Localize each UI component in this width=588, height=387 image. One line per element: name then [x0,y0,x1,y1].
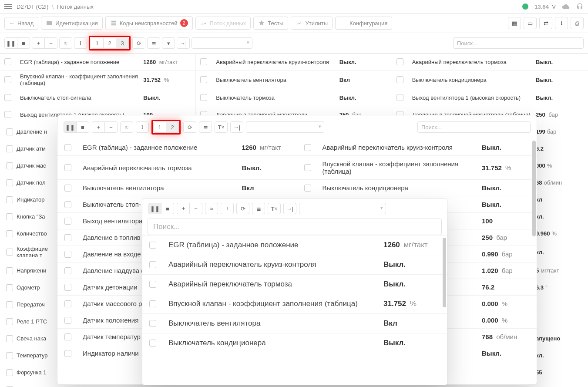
checkbox[interactable] [396,94,403,101]
checkbox[interactable] [304,185,311,192]
filter-button[interactable]: ▾ [162,37,175,49]
checkbox[interactable] [304,144,311,151]
p1-cols-2[interactable]: 2 [166,121,179,133]
p2-export-button[interactable]: →| [283,203,296,214]
print-button[interactable]: ⎙ [571,17,584,29]
cloud-icon[interactable] [562,3,570,10]
p2-profile-select[interactable] [299,203,386,214]
checkbox[interactable] [6,267,13,274]
checkbox[interactable] [149,261,156,268]
checkbox[interactable] [6,249,13,256]
tab-stream[interactable]: Поток данных [195,17,251,30]
profile-select[interactable] [192,37,252,49]
swap-button[interactable]: ⇄ [539,17,552,29]
p2-pause-button[interactable]: ❚❚ [148,203,161,214]
checkbox[interactable] [149,300,156,307]
cols-2[interactable]: 2 [103,37,116,49]
checkbox[interactable] [64,185,71,192]
checkbox[interactable] [64,284,71,291]
checkbox[interactable] [6,213,13,220]
checkbox[interactable] [4,58,11,65]
checkbox[interactable] [396,76,403,83]
cols-3[interactable]: 3 [116,37,129,49]
checkbox[interactable] [6,230,13,237]
tab-identification[interactable]: Идентификация [41,17,102,30]
checkbox[interactable] [64,201,71,208]
p1-cols-1[interactable]: 1 [153,121,166,133]
export-button[interactable]: →| [177,37,190,49]
p1-text-scale-button[interactable]: I [136,121,149,133]
tab-dtc[interactable]: Коды неисправностей2 [105,16,193,30]
checkbox[interactable] [64,317,71,324]
checkbox[interactable] [149,242,156,249]
text-scale-button[interactable]: I [74,37,87,49]
checkbox[interactable] [6,284,13,291]
p1-profile-select[interactable] [246,121,324,133]
p1-list-button[interactable]: ≣ [199,121,212,133]
p1-stop-button[interactable]: ■ [76,121,89,133]
checkbox[interactable] [6,162,13,169]
checkbox[interactable] [6,196,13,203]
p1-add-button[interactable]: ＋ [92,121,105,133]
p2-add-button[interactable]: ＋ [177,203,190,214]
menu-icon[interactable] [4,4,12,9]
checkbox[interactable] [64,234,71,241]
p2-list-button[interactable]: ≣ [252,203,265,214]
checkbox[interactable] [304,164,311,171]
search-input[interactable]: Поиск... [453,37,584,49]
p1-search-input[interactable]: Поиск... [417,121,531,133]
checkbox[interactable] [200,58,207,65]
download-button[interactable]: ⤓ [555,17,568,29]
remove-button[interactable]: − [44,37,57,49]
checkbox[interactable] [4,111,11,118]
p2-remove-button[interactable]: − [189,203,202,214]
view-grid-button[interactable]: ▦ [508,17,521,29]
tab-utils[interactable]: Утилиты [291,17,333,30]
checkbox[interactable] [6,352,13,359]
checkbox[interactable] [64,251,71,258]
checkbox[interactable] [6,179,13,186]
checkbox[interactable] [6,301,13,308]
refresh-button[interactable]: ⟳ [132,37,145,49]
checkbox[interactable] [149,320,156,327]
checkbox[interactable] [6,145,13,152]
checkbox[interactable] [4,76,11,83]
checkbox[interactable] [64,144,71,151]
p1-refresh-button[interactable]: ⟳ [183,121,196,133]
chart-button[interactable]: ≈ [59,37,72,49]
checkbox[interactable] [149,281,156,288]
checkbox[interactable] [6,128,13,135]
checkbox[interactable] [64,164,71,171]
checkbox[interactable] [200,94,207,101]
p2-text-scale-button[interactable]: I [221,203,234,214]
p2-scrollbar[interactable] [443,238,446,307]
p1-chart-button[interactable]: ≈ [120,121,133,133]
p2-refresh-button[interactable]: ⟳ [236,203,249,214]
add-button[interactable]: ＋ [32,37,45,49]
p2-stop-button[interactable]: ■ [161,203,174,214]
checkbox[interactable] [200,76,207,83]
checkbox[interactable] [6,335,13,342]
checkbox[interactable] [64,350,71,357]
p1-pause-button[interactable]: ❚❚ [64,121,77,133]
pause-button[interactable]: ❚❚ [4,37,17,49]
p1-scrollbar[interactable] [532,141,536,236]
checkbox[interactable] [64,300,71,307]
tab-config[interactable]: Конфигурация [335,17,392,30]
checkbox[interactable] [64,267,71,274]
p1-export-button[interactable]: →| [230,121,243,133]
checkbox[interactable] [149,340,156,347]
folder-open-button[interactable]: ▭ [524,17,537,29]
p1-remove-button[interactable]: − [104,121,118,133]
p2-search-input[interactable]: Поиск... [148,219,442,235]
checkbox[interactable] [64,333,71,340]
p1-filter-button[interactable]: T× [215,121,228,133]
p2-filter-button[interactable]: T× [268,203,281,214]
checkbox[interactable] [396,58,403,65]
checkbox[interactable] [6,318,13,325]
tab-tests[interactable]: Тесты [253,17,288,30]
cols-1[interactable]: 1 [91,37,104,49]
checkbox[interactable] [64,218,71,225]
stop-button[interactable]: ■ [17,37,30,49]
back-button[interactable]: ← Назад [4,17,38,30]
